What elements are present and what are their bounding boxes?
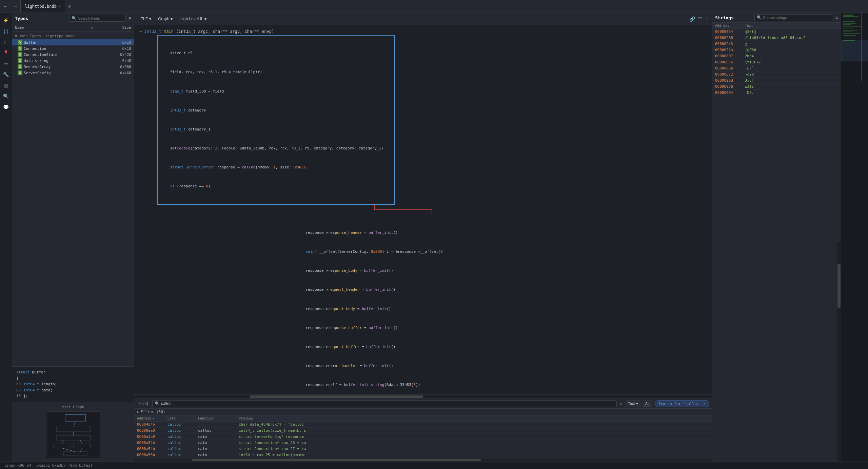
- item-size-requestarray: 0x388: [120, 65, 131, 69]
- list-item[interactable]: S Buffer 0x10: [12, 39, 134, 45]
- func-name: main: [164, 29, 174, 34]
- list-item[interactable]: 00000807 Zmh4: [712, 53, 841, 59]
- sidebar-search-box: 🔍: [69, 15, 125, 22]
- nav-back-button[interactable]: ←: [0, 0, 10, 13]
- results-table[interactable]: Address ▾ Data Function Preview 0000484b…: [134, 415, 712, 458]
- item-name-serverconfig: ServerConfig: [24, 71, 119, 75]
- strings-v-scrollbar[interactable]: [837, 242, 841, 462]
- icon-search-button[interactable]: 🔍: [1, 91, 11, 101]
- result-data: calloc: [167, 422, 198, 427]
- font-icon-button[interactable]: 中: [698, 16, 703, 22]
- filter-label: Filter (50): [141, 410, 165, 414]
- sidebar-search-input[interactable]: [78, 16, 123, 20]
- find-type-button[interactable]: Text ▾: [625, 401, 641, 407]
- list-item[interactable]: 0000032a (@Z%0: [712, 47, 841, 53]
- result-data: calloc: [167, 428, 198, 433]
- string-addr: 0000032a: [715, 48, 742, 52]
- code-line: if (response == 0): [161, 183, 391, 190]
- tab-label: lighttpd.bndb: [25, 4, 57, 9]
- table-row[interactable]: 0000a54b calloc main struct Connection* …: [134, 446, 712, 452]
- search-tag-label: Search for 'calloc': [658, 402, 701, 406]
- code-block-2[interactable]: response->response_header = buffer_init(…: [293, 215, 564, 394]
- string-addr: 00000034: [715, 29, 742, 34]
- results-h-scrollbar[interactable]: [134, 458, 712, 462]
- list-item[interactable]: S data_string 0x48: [12, 58, 134, 64]
- item-size-buffer: 0x10: [122, 40, 132, 45]
- table-row[interactable]: 0000a3a9 calloc main struct ServerConfig…: [134, 434, 712, 440]
- table-row[interactable]: 0000a52b calloc main struct Connection* …: [134, 440, 712, 446]
- nav-forward-button[interactable]: →: [10, 0, 20, 13]
- table-row[interactable]: 0000484b calloc char data_484b[0x7] = "c…: [134, 422, 712, 428]
- find-clear-button[interactable]: ×: [619, 401, 622, 406]
- strings-list[interactable]: Address Text 00000034 @8\t@ 00000238 /li…: [712, 23, 841, 242]
- results-header-data: Data: [167, 416, 198, 420]
- result-function: main: [198, 453, 239, 457]
- list-item[interactable]: 00000238 /lib64/ld-linux-x86-64.so.2: [712, 35, 841, 41]
- item-name-requestarray: RequestArray: [24, 65, 119, 69]
- strings-search-input[interactable]: [763, 16, 831, 20]
- tab-area: lighttpd.bndb × +: [20, 0, 74, 13]
- find-type-select: Text ▾ Aa: [625, 401, 652, 407]
- icon-types-button[interactable]: ⚡: [1, 16, 11, 25]
- list-item[interactable]: S ServerConfig 0x468: [12, 70, 134, 76]
- code-blocks-area[interactable]: ✦ int32_t main (int32_t argc, char** arg…: [134, 25, 712, 394]
- results-scroll-thumb[interactable]: [192, 459, 481, 461]
- icon-console-button[interactable]: 💬: [1, 102, 11, 112]
- list-item[interactable]: 00000816 \tTJF)V: [712, 59, 841, 65]
- list-item[interactable]: 00000872 ~d?R: [712, 72, 841, 78]
- code-line: setlocale(category: 2, locale: &data_2e0…: [161, 145, 391, 152]
- svg-rect-30: [843, 39, 859, 39]
- elf-dropdown-button[interactable]: ELF ▾: [138, 16, 153, 22]
- list-item[interactable]: 00000994 -D8,: [712, 90, 841, 96]
- list-item[interactable]: 00000034 @8\t@: [712, 29, 841, 35]
- settings-icon-button[interactable]: ≡: [705, 16, 708, 22]
- list-item[interactable]: 000002c3 @: [712, 41, 841, 47]
- code-line: response->response_buffer = buffer_init(…: [297, 325, 560, 331]
- graph-dropdown-button[interactable]: Graph ▾: [156, 16, 175, 22]
- h-scroll-thumb[interactable]: [250, 395, 423, 398]
- active-tab[interactable]: lighttpd.bndb ×: [20, 0, 65, 13]
- hlil-dropdown-button[interactable]: High Level IL ▾: [177, 16, 209, 22]
- table-row[interactable]: 00009ea0 calloc calloc int64_t calloc(si…: [134, 428, 712, 434]
- svg-rect-17: [843, 16, 858, 17]
- icon-xref-button[interactable]: ⇌: [1, 59, 11, 68]
- link-icon-button[interactable]: 🔗: [689, 16, 695, 22]
- find-aa-button[interactable]: Aa: [643, 401, 652, 407]
- list-item[interactable]: S ConnectionState 0x428: [12, 52, 134, 58]
- search-tag-close-button[interactable]: ×: [703, 401, 706, 406]
- icon-tags-button[interactable]: 🏷: [1, 37, 11, 47]
- find-type-dropdown-icon: ▾: [636, 402, 638, 406]
- find-input[interactable]: [161, 401, 614, 406]
- v-scroll-thumb[interactable]: [837, 264, 841, 308]
- string-text: @: [745, 42, 838, 46]
- icon-nav-button[interactable]: 📍: [1, 48, 11, 58]
- svg-rect-33: [841, 40, 868, 60]
- strings-menu-button[interactable]: ≡: [835, 15, 838, 20]
- list-item[interactable]: S RequestArray 0x388: [12, 64, 134, 70]
- strings-search-icon: 🔍: [757, 15, 762, 20]
- svg-line-6: [74, 421, 75, 427]
- list-item[interactable]: 00000976 w2$s: [712, 84, 841, 90]
- table-row[interactable]: 0000a56b calloc main int64 t rax 25 = ca…: [134, 452, 712, 458]
- result-data: calloc: [167, 434, 198, 439]
- icon-tools-button[interactable]: 🔧: [1, 70, 11, 79]
- string-text: (@Z%0: [745, 48, 838, 52]
- tab-add-button[interactable]: +: [65, 3, 74, 9]
- tab-close-button[interactable]: ×: [59, 4, 61, 8]
- icon-graph-button[interactable]: ▦: [1, 81, 11, 90]
- svg-rect-4: [74, 444, 91, 448]
- strings-col-text: Text: [745, 24, 838, 27]
- result-addr: 00009ea0: [137, 428, 167, 433]
- list-item[interactable]: 0000003b ,E-`: [712, 65, 841, 72]
- code-block-1[interactable]: ssize_t r9 field, rcx, rdx, r8_1, r9 = t…: [157, 35, 395, 205]
- minimap: [841, 13, 868, 462]
- h-scrollbar[interactable]: [134, 394, 712, 399]
- sidebar-menu-button[interactable]: ≡: [129, 16, 131, 21]
- code-block-2-container: response->response_header = buffer_init(…: [293, 215, 564, 394]
- svg-rect-28: [843, 35, 856, 36]
- list-item[interactable]: S Connection 0x18: [12, 45, 134, 52]
- list-item[interactable]: 0000096d Jy.F: [712, 78, 841, 84]
- filter-expand-icon[interactable]: ▶: [137, 410, 139, 414]
- string-addr: 00000976: [715, 84, 742, 89]
- icon-struct-button[interactable]: {;}: [1, 26, 11, 36]
